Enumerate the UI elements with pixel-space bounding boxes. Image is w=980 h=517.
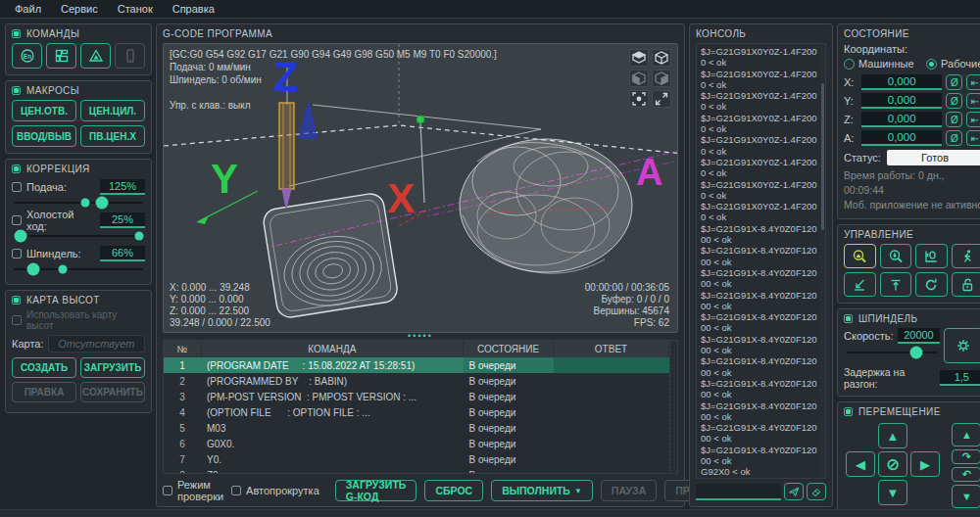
send-button[interactable]: ВЫПОЛНИТЬ▼ [491,480,593,501]
spindle-toggle-button[interactable] [944,328,980,363]
table-row[interactable]: 4(OPTION FILE : OPTION FILE : ...В очере… [164,404,669,420]
menu-item-3[interactable]: Станок [109,1,162,17]
macro-button-2[interactable]: ЦЕН.ЦИЛ. [80,100,145,121]
console-clear-button[interactable] [807,483,826,500]
fit-view-button[interactable] [629,90,649,108]
jog-checkbox[interactable] [844,407,853,416]
table-scrollbar[interactable] [669,341,677,473]
check-mode-checkbox[interactable] [163,486,172,495]
spindle-speed-slider[interactable] [846,346,938,358]
heightmap-load-button[interactable]: ЗАГРУЗИТЬ [80,357,145,378]
safe-position-button[interactable] [844,272,876,297]
jog-x-plus-button[interactable]: ▶ [910,451,940,477]
axis-value[interactable]: 0,000 [861,93,942,109]
jog-y-plus-button[interactable]: ▲ [878,423,907,448]
probe-z-button[interactable] [880,244,912,268]
en-command-button[interactable]: En [12,43,42,69]
correction-value-2[interactable]: 25% [100,212,145,228]
pause-button[interactable]: ПАУЗА [601,480,657,501]
correction-slider-1[interactable] [14,196,143,209]
axis-value[interactable]: 0,000 [861,74,942,90]
table-row[interactable]: 7Y0.В очереди [164,451,669,467]
heightmap-edit-button[interactable]: ПРАВКА [12,382,76,402]
open-gcode-button[interactable]: ЗАГРУЗИТЬ G-КОД [335,480,417,501]
prism-command-button[interactable] [80,43,111,69]
fullscreen-button[interactable] [652,90,671,108]
correction-value-3[interactable]: 66% [100,246,145,261]
macro-button-1[interactable]: ЦЕН.ОТВ. [12,100,76,121]
unlock-button[interactable] [952,272,980,297]
zero-axis-button[interactable]: Ø [946,74,962,90]
heightmap-create-button[interactable]: СОЗДАТЬ [12,357,76,378]
table-row[interactable]: 2(PROGRAMMED BY : BABIN)В очереди [164,373,669,389]
view-front-button[interactable] [629,70,649,87]
jog-stop-button[interactable]: ⊘ [878,451,907,477]
macro-button-3[interactable]: ВВОД/ВЫВ [12,125,76,147]
panels-command-button[interactable] [46,43,76,69]
view-iso-button[interactable] [652,49,671,67]
tool-change-button[interactable] [880,272,912,297]
restore-axis-button[interactable]: ⇤ [966,112,980,127]
restore-axis-button[interactable]: ⇤ [966,130,980,146]
viewport-table-splitter[interactable]: ••••• [163,333,678,340]
view-top-button[interactable] [629,49,649,67]
jog-a-cw-button[interactable]: ↷ [952,449,980,464]
console-log[interactable]: $J=G21G91X0Y0Z-1.4F200 0 < ok $J=G21G91X… [696,43,826,479]
jog-z-plus-button[interactable]: ▲ [952,423,980,446]
jog-y-minus-button[interactable]: ▼ [878,480,907,505]
heightmap-save-button[interactable]: СОХРАНИТЬ [80,382,145,402]
spindle-delay-value[interactable]: 1,5 [940,370,980,386]
spindle-checkbox[interactable] [844,314,853,323]
table-row[interactable]: 1(PROGRAM DATE : 15.08.2022 AT 15:28:51)… [164,357,669,373]
correction-checkbox-3[interactable] [12,249,22,258]
reset-button[interactable]: СБРОС [424,480,483,501]
macro-button-4[interactable]: ПВ.ЦЕН.X [80,125,145,147]
tool-spindle [279,103,294,209]
eraser-icon [810,486,822,497]
zero-axis-button[interactable]: Ø [946,112,962,127]
table-row[interactable]: 5M03В очереди [164,420,669,436]
jog-z-minus-button[interactable]: ▼ [952,485,980,508]
correction-checkbox-2[interactable] [12,215,22,225]
view-side-button[interactable] [652,70,671,87]
console-input[interactable] [696,484,781,500]
zero-axis-button[interactable]: Ø [946,130,962,146]
run-check-button[interactable] [952,244,980,268]
jog-x-minus-button[interactable]: ◀ [846,451,875,477]
table-row[interactable]: 8Z0.В очереди [164,467,669,474]
correction-checkbox-1[interactable] [12,182,22,192]
gcode-table[interactable]: №КОМАНДАСОСТОЯНИЕОТВЕТ 1(PROGRAM DATE : … [163,340,678,474]
viewport-3d[interactable]: Z Y X A [GC:G0 G54 G92 G17 G21 G90 G94 G… [163,43,678,333]
jog-a-ccw-button[interactable]: ↶ [952,467,980,482]
correction-slider-2[interactable] [14,229,143,242]
axis-value[interactable]: 0,000 [861,130,942,146]
table-row[interactable]: 3(PM-POST VERSION : PMPOST VERSION : ...… [164,389,669,404]
work-coords-radio[interactable] [926,59,937,70]
table-row[interactable]: 6G0X0.В очереди [164,436,669,451]
menu-item-4[interactable]: Справка [164,1,223,17]
commands-checkbox[interactable] [12,29,21,38]
correction-checkbox[interactable] [12,164,21,173]
restore-axis-button[interactable]: ⇤ [966,74,980,90]
home-search-button[interactable] [844,244,876,268]
reset-controller-button[interactable] [915,272,948,297]
machine-coords-radio[interactable] [844,59,855,70]
zero-axis-button[interactable]: Ø [946,93,962,109]
console-send-button[interactable] [784,483,804,500]
menu-item-1[interactable]: Файл [6,1,50,17]
console-scrollbar[interactable] [820,44,825,478]
viewport-status-text: [GC:G0 G54 G92 G17 G21 G90 G94 G49 G98 G… [170,48,497,112]
correction-value-1[interactable]: 125% [100,179,145,195]
restore-axis-button[interactable]: ⇤ [966,93,980,109]
phone-command-button[interactable] [115,43,145,69]
use-heightmap-checkbox[interactable] [12,315,22,325]
correction-slider-3[interactable] [14,262,143,275]
zero-xy-button[interactable] [915,244,948,268]
axis-value[interactable]: 0,000 [861,112,942,127]
menu-item-2[interactable]: Сервис [52,1,107,17]
left-sidebar: КОМАНДЫ En МАКРОСЫ ЦЕН.ОТВ.ЦЕН.ЦИЛ.ВВОД/… [5,24,152,507]
spindle-speed-value[interactable]: 20000 [898,328,941,344]
heightmap-checkbox[interactable] [12,296,21,305]
autoscroll-checkbox[interactable] [231,486,241,495]
macros-checkbox[interactable] [12,86,21,95]
